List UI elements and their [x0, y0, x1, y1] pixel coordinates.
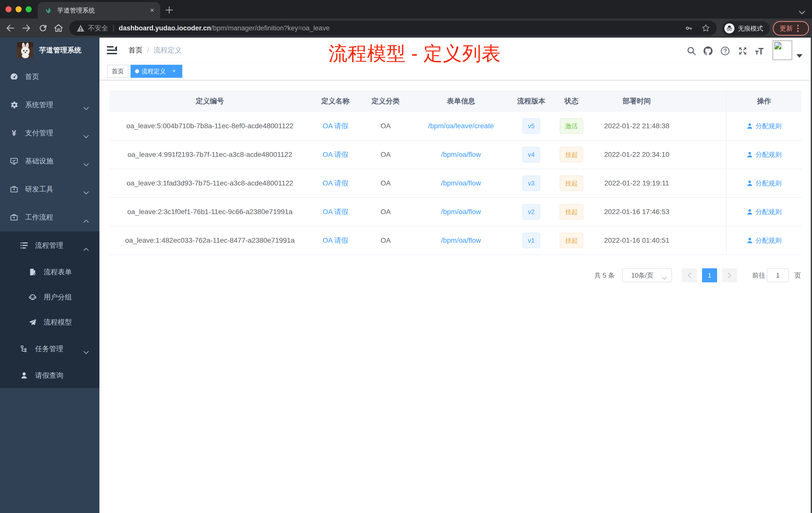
table-row[interactable]: oa_leave:1:482ec033-762a-11ec-8477-a2380… — [110, 227, 802, 255]
cell-definition-name-link[interactable]: OA 请假 — [310, 207, 360, 217]
pagination-goto-label: 前往 — [752, 268, 765, 282]
cell-form-link[interactable]: /bpm/oa/flow — [411, 208, 511, 216]
version-tag: v4 — [522, 147, 540, 162]
cell-definition-id: oa_leave:3:1fad3d93-7b75-11ec-a3c8-acde4… — [110, 179, 310, 187]
workflow-submenu: 流程管理 流程表单 用户分组 — [0, 232, 99, 388]
macos-zoom-button[interactable] — [26, 6, 32, 12]
chrome-update-button[interactable]: 更新 — [773, 21, 809, 36]
assign-rule-button[interactable]: 分配规则 — [747, 150, 782, 159]
chevron-down-icon — [83, 159, 89, 163]
macos-minimize-button[interactable] — [16, 6, 22, 12]
prev-page-button[interactable] — [682, 268, 697, 282]
dashboard-icon — [10, 73, 18, 81]
sidebar-item-process-form[interactable]: 流程表单 — [0, 260, 99, 284]
sidebar-item-label: 流程模型 — [44, 318, 72, 327]
github-icon[interactable] — [703, 47, 713, 56]
sidebar-item-leave-query[interactable]: 请假查询 — [0, 363, 99, 388]
font-size-icon[interactable] — [755, 47, 764, 56]
table-row[interactable]: oa_leave:4:991f2193-7b7f-11ec-a3c8-acde4… — [110, 141, 802, 169]
tab-search-chevron-icon[interactable] — [799, 7, 805, 11]
tag-label: 首页 — [112, 67, 124, 75]
sidebar-item-process-mgmt[interactable]: 流程管理 — [0, 232, 99, 260]
table-row[interactable]: oa_leave:5:004b710b-7b8a-11ec-8ef0-acde4… — [110, 112, 802, 141]
forward-button[interactable] — [22, 24, 31, 32]
breadcrumb-separator: / — [147, 46, 149, 54]
cell-version: v2 — [511, 204, 551, 220]
back-button[interactable] — [6, 24, 14, 32]
col-header: 定义编号 — [110, 96, 310, 106]
new-tab-button[interactable] — [166, 6, 173, 13]
cell-form-link[interactable]: /bpm/oa/flow — [411, 236, 511, 244]
assign-rule-button[interactable]: 分配规则 — [747, 179, 782, 188]
sidebar-item-payment[interactable]: ¥ 支付管理 — [0, 119, 99, 147]
status-tag: 激活 — [560, 118, 583, 134]
cell-definition-name-link[interactable]: OA 请假 — [310, 236, 360, 245]
assign-rule-button[interactable]: 分配规则 — [747, 236, 782, 245]
password-key-icon[interactable] — [685, 24, 694, 32]
sidebar-item-system[interactable]: 系统管理 — [0, 91, 99, 119]
table-row[interactable]: oa_leave:2:3c1f0ef1-76b1-11ec-9c66-a2380… — [110, 198, 802, 227]
annotation-title: 流程模型 - 定义列表 — [328, 41, 501, 67]
pagination-total: 共 5 条 — [594, 268, 615, 282]
breadcrumb-home[interactable]: 首页 — [128, 46, 143, 55]
user-avatar-broken-image[interactable] — [772, 40, 792, 60]
address-bar[interactable]: 不安全 dashboard.yudao.iocoder.cn/bpm/manag… — [69, 21, 717, 36]
assign-rule-button[interactable]: 分配规则 — [747, 122, 782, 130]
avatar-caret-down-icon[interactable] — [796, 54, 803, 58]
help-icon[interactable] — [721, 47, 730, 56]
chevron-down-icon — [83, 131, 89, 135]
page-number-1[interactable]: 1 — [702, 268, 717, 282]
url-text[interactable]: dashboard.yudao.iocoder.cn/bpm/manager/d… — [119, 24, 685, 32]
brand-title: 芋道管理系统 — [39, 46, 81, 55]
cell-status: 挂起 — [551, 175, 591, 191]
cell-definition-name-link[interactable]: OA 请假 — [310, 178, 360, 188]
browser-tab[interactable]: 芋道管理系统 × — [38, 2, 160, 19]
reload-button[interactable] — [39, 24, 47, 32]
table-row[interactable]: oa_leave:3:1fad3d93-7b75-11ec-a3c8-acde4… — [110, 169, 802, 198]
sidebar-item-home[interactable]: 首页 — [0, 63, 99, 91]
col-header: 操作 — [726, 90, 802, 112]
sidebar-item-workflow[interactable]: 工作流程 — [0, 203, 99, 232]
cell-category: OA — [360, 151, 411, 159]
version-tag: v1 — [522, 233, 540, 248]
col-header: 定义分类 — [360, 96, 411, 106]
home-button[interactable] — [54, 24, 63, 32]
tag-current[interactable]: 流程定义 × — [130, 65, 182, 78]
sidebar-toggle-hamburger-icon[interactable] — [107, 45, 117, 55]
url-host: dashboard.yudao.iocoder.cn — [119, 24, 211, 32]
macos-close-button[interactable] — [5, 6, 11, 12]
search-icon[interactable] — [687, 47, 696, 56]
sidebar-item-task-mgmt[interactable]: 任务管理 — [0, 335, 99, 363]
sidebar-item-label: 基础设施 — [25, 156, 53, 166]
cell-definition-name-link[interactable]: OA 请假 — [310, 121, 360, 131]
sidebar-item-devtools[interactable]: 研发工具 — [0, 175, 99, 203]
next-page-button[interactable] — [722, 268, 737, 282]
cell-deploy-time: 2022-01-22 20:34:10 — [591, 151, 682, 159]
fullscreen-icon[interactable] — [738, 47, 747, 56]
tag-home[interactable]: 首页 — [107, 65, 128, 78]
cell-category: OA — [360, 179, 411, 187]
sidebar-item-user-group[interactable]: 用户分组 — [0, 284, 99, 310]
definition-table: 定义编号 定义名称 定义分类 表单信息 流程版本 状态 部署时间 操作 oa_l… — [110, 90, 802, 255]
col-header: 部署时间 — [591, 96, 682, 106]
tag-close-icon[interactable]: × — [170, 67, 178, 75]
bookmark-star-icon[interactable] — [701, 24, 710, 32]
people-icon — [29, 293, 37, 301]
sidebar-item-infra[interactable]: 基础设施 — [0, 147, 99, 175]
assign-rule-label: 分配规则 — [755, 236, 782, 245]
sidebar-logo[interactable]: 芋道管理系统 — [0, 38, 99, 63]
sidebar-item-process-model[interactable]: 流程模型 — [0, 310, 99, 335]
status-tag: 挂起 — [560, 147, 583, 162]
cell-deploy-time: 2022-01-16 17:46:53 — [591, 208, 682, 216]
assign-rule-button[interactable]: 分配规则 — [747, 208, 782, 216]
security-label[interactable]: 不安全 — [88, 24, 108, 33]
cell-form-link[interactable]: /bpm/oa/flow — [411, 179, 511, 187]
sidebar-item-label: 用户分组 — [44, 292, 72, 302]
cell-form-link[interactable]: /bpm/oa/flow — [411, 151, 511, 159]
cell-form-link[interactable]: /bpm/oa/leave/create — [411, 122, 511, 130]
cell-definition-name-link[interactable]: OA 请假 — [310, 150, 360, 159]
page-jump-input[interactable]: 1 — [767, 268, 789, 282]
not-secure-warning-icon[interactable] — [77, 25, 84, 32]
tab-close-icon[interactable]: × — [148, 6, 156, 14]
page-size-select[interactable]: 10条/页 — [622, 268, 672, 282]
